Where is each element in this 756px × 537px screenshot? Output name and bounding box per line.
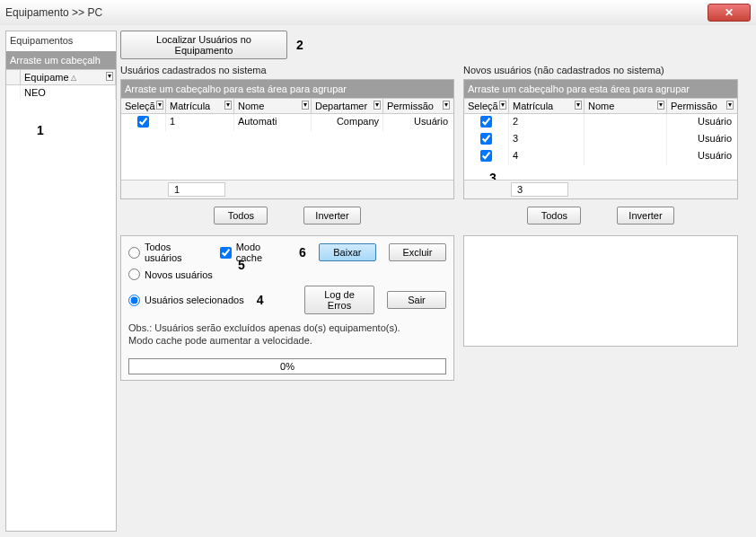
right-col-permissao[interactable]: Permissão ▾ (667, 99, 735, 113)
sort-asc-icon: △ (71, 74, 76, 82)
left-col-departamento[interactable]: Departamer ▾ (312, 99, 383, 113)
filter-icon[interactable]: ▾ (156, 101, 163, 110)
right-group-hint: Arraste um cabeçalho para esta área para… (464, 80, 737, 98)
left-invert-button[interactable]: Inverter (303, 207, 360, 224)
table-row[interactable]: 4 Usuário (464, 148, 737, 165)
note-line1: Obs.: Usuários serão excluídos apenas do… (128, 321, 446, 334)
cell-matricula: 1 (166, 114, 234, 131)
sair-button[interactable]: Sair (387, 291, 446, 309)
table-row[interactable]: 1 Automati Company Usuário (121, 114, 453, 131)
cell-matricula: 3 (509, 131, 585, 148)
annotation-2: 2 (296, 38, 303, 52)
left-col-permissao[interactable]: Permissão ▾ (383, 99, 452, 113)
sidebar-row-name[interactable]: NEO (21, 85, 116, 100)
progress-bar: 0% (128, 358, 446, 374)
left-col-selecao[interactable]: Seleçã ▾ (121, 99, 166, 113)
left-col-nome[interactable]: Nome ▾ (234, 99, 312, 113)
excluir-button[interactable]: Excluir (389, 243, 446, 261)
table-row[interactable]: 3 Usuário (464, 131, 737, 148)
annotation-6: 6 (299, 245, 306, 260)
filter-icon[interactable]: ▾ (443, 101, 450, 110)
cell-nome (585, 114, 667, 131)
annotation-3: 3 (489, 171, 497, 180)
window-title: Equipamento >> PC (5, 6, 708, 19)
left-count: 1 (168, 182, 225, 197)
filter-icon[interactable]: ▾ (575, 101, 582, 110)
right-table-title: Novos usuários (não cadastrados no siste… (463, 65, 738, 75)
radio-usuarios-selecionados[interactable]: Usuários selecionados (128, 295, 244, 306)
radio-todos-usuarios[interactable]: Todos usuários (128, 242, 207, 263)
left-table-title: Usuários cadastrados no sistema (120, 65, 454, 75)
filter-icon[interactable]: ▾ (224, 101, 232, 110)
checkbox-modo-cache[interactable]: Modo cache (220, 242, 286, 263)
cell-nome: Automati (234, 114, 312, 131)
cell-perm: Usuário (667, 148, 735, 165)
note-line2: Modo cache pode aumentar a velocidade. (128, 334, 446, 347)
right-all-button[interactable]: Todos (527, 207, 581, 224)
right-count: 3 (511, 182, 568, 197)
annotation-5: 5 (238, 258, 245, 272)
right-invert-button[interactable]: Inverter (617, 207, 673, 224)
filter-icon[interactable]: ▾ (657, 101, 664, 110)
baixar-button[interactable]: Baixar (319, 243, 376, 261)
row-select-checkbox[interactable] (480, 116, 492, 128)
log-area (463, 235, 738, 347)
annotation-1: 1 (37, 123, 44, 137)
sidebar-title: Equipamentos (6, 31, 116, 51)
table-row[interactable]: 2 Usuário (464, 114, 737, 131)
cell-perm: Usuário (667, 114, 735, 131)
left-col-matricula[interactable]: Matrícula ▾ (166, 99, 234, 113)
cell-perm: Usuário (383, 114, 452, 131)
row-select-checkbox[interactable] (480, 133, 492, 145)
localizar-button[interactable]: Localizar Usuários no Equipamento (120, 31, 287, 59)
log-erros-button[interactable]: Log de Erros (304, 286, 374, 314)
annotation-4: 4 (257, 293, 264, 307)
close-icon: ✕ (725, 6, 734, 19)
cell-perm: Usuário (667, 131, 735, 148)
filter-icon[interactable]: ▾ (374, 101, 381, 110)
close-button[interactable]: ✕ (708, 4, 751, 22)
left-all-button[interactable]: Todos (214, 207, 268, 224)
left-group-hint: Arraste um cabeçalho para esta área para… (121, 80, 453, 98)
row-select-checkbox[interactable] (137, 116, 149, 128)
sidebar-group-hint: Arraste um cabeçalh (6, 51, 116, 69)
filter-icon[interactable]: ▾ (726, 101, 734, 110)
right-col-matricula[interactable]: Matrícula ▾ (509, 99, 585, 113)
sidebar-col-label: Equipame (24, 72, 69, 83)
right-col-selecao[interactable]: Seleçã ▾ (464, 99, 509, 113)
cell-dept: Company (312, 114, 383, 131)
right-col-nome[interactable]: Nome ▾ (585, 99, 667, 113)
cell-matricula: 2 (509, 114, 585, 131)
cell-matricula: 4 (509, 148, 585, 165)
filter-icon[interactable]: ▾ (302, 101, 309, 110)
cell-nome (585, 148, 667, 165)
cell-nome (585, 131, 667, 148)
sidebar-col-equipamento[interactable]: Equipame △ ▾ (21, 70, 116, 84)
progress-text: 0% (280, 361, 294, 372)
filter-icon[interactable]: ▾ (106, 72, 113, 81)
row-select-checkbox[interactable] (480, 150, 492, 162)
radio-novos-usuarios[interactable]: Novos usuários (128, 268, 213, 280)
filter-icon[interactable]: ▾ (499, 101, 506, 110)
